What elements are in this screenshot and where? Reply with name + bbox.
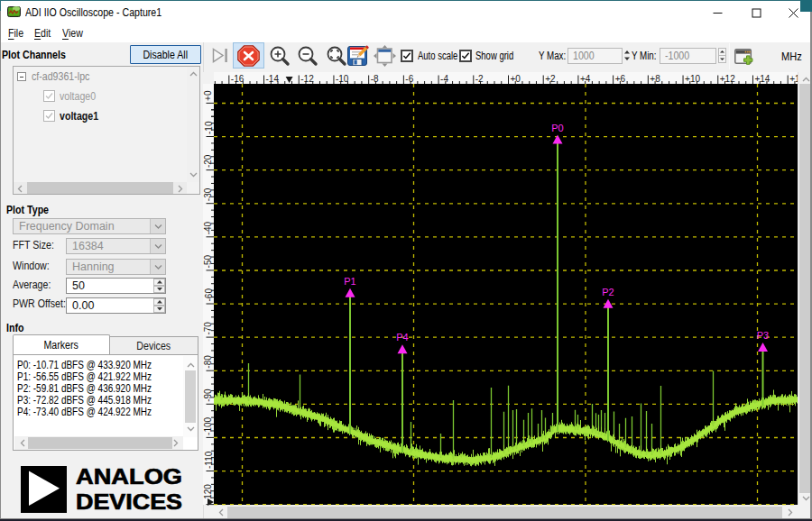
capture-play-icon[interactable]	[211, 47, 229, 64]
channel-tree	[13, 66, 200, 195]
svg-text:DEVICES: DEVICES	[76, 489, 182, 514]
menu-file[interactable]: File	[8, 27, 23, 40]
svg-text:P1: P1	[344, 276, 355, 287]
analog-devices-logo: ANALOG DEVICES	[21, 466, 183, 513]
scrollbar-thumb[interactable]	[27, 182, 173, 194]
close-icon	[789, 8, 798, 18]
svg-text:P0: P0	[551, 123, 563, 133]
chevron-left-icon	[20, 439, 25, 447]
y-max-label: Y Max:	[539, 50, 566, 62]
svg-text:P4: P4	[396, 332, 408, 343]
menu-view[interactable]: View	[62, 27, 83, 40]
titlebar: ADI IIO Oscilloscope - Capture1	[0, 0, 812, 25]
check-icon	[461, 51, 470, 60]
stop-icon	[237, 45, 260, 67]
svg-text:-8: -8	[371, 74, 379, 84]
window-dropdown[interactable]: Hanning	[66, 259, 166, 275]
spin-buttons[interactable]	[153, 279, 165, 293]
chevron-up-icon	[189, 71, 198, 77]
svg-text:-50: -50	[204, 255, 214, 269]
chevron-down-icon	[150, 239, 165, 253]
chevron-left-icon	[218, 508, 224, 516]
check-icon	[402, 51, 411, 60]
svg-text:ANALOG: ANALOG	[76, 464, 182, 489]
spin-up-icon[interactable]	[153, 279, 165, 286]
show-grid-label: Show grid	[475, 50, 513, 62]
plot-horizontal-scrollbar[interactable]	[204, 506, 810, 518]
chevron-down-icon	[150, 219, 165, 233]
tree-device-label[interactable]: cf-ad9361-lpc	[32, 70, 89, 83]
stop-capture-button[interactable]	[233, 42, 264, 69]
zoom-fit-icon[interactable]	[326, 45, 347, 67]
y-min-spin-buttons[interactable]	[718, 48, 726, 63]
y-max-input[interactable]: 1000	[567, 48, 623, 64]
voltage1-checkbox[interactable]	[43, 110, 55, 122]
svg-text:-60: -60	[204, 288, 214, 302]
marker-list: P0: -10.71 dBFS @ 433.920 MHz P1: -56.55…	[13, 354, 198, 451]
toolbar-separator	[729, 43, 730, 69]
voltage0-checkbox[interactable]	[43, 90, 55, 102]
marker-list-vertical-scrollbar[interactable]	[183, 356, 198, 437]
svg-text:-16: -16	[231, 74, 245, 84]
window-border	[0, 0, 1, 11]
minimize-icon	[713, 8, 723, 18]
new-plot-icon[interactable]	[734, 49, 754, 68]
spectrum-plot[interactable]: P0P1P2P3P4	[214, 84, 798, 505]
tab-markers[interactable]: Markers	[13, 334, 110, 355]
average-spinbox[interactable]: 50	[66, 278, 166, 294]
svg-text:-4: -4	[440, 74, 448, 84]
svg-text:+14: +14	[754, 74, 770, 84]
scrollbar-thumb[interactable]	[185, 370, 196, 423]
y-max-spin-buttons[interactable]	[623, 50, 631, 61]
svg-text:+0: +0	[204, 90, 214, 101]
spin-down-icon[interactable]	[153, 306, 165, 313]
minimize-button[interactable]	[697, 0, 737, 25]
disable-all-button[interactable]: Disable All	[130, 45, 201, 64]
svg-text:-12: -12	[300, 74, 314, 84]
y-min-label: Y Min:	[632, 50, 656, 62]
plot-type-dropdown[interactable]: Frequency Domain	[13, 218, 166, 234]
x-ruler: -16-14-12-10-8-6-4-2+0+2+4+6+8+10+12+14+…	[214, 72, 798, 84]
spin-up-icon[interactable]	[153, 298, 165, 306]
marker-list-horizontal-scrollbar[interactable]	[14, 436, 183, 450]
scrollbar-thumb[interactable]	[28, 437, 172, 449]
svg-text:-20: -20	[204, 154, 214, 168]
menubar: File Edit View	[1, 25, 810, 42]
chevron-left-icon	[17, 185, 23, 193]
voltage0-label[interactable]: voltage0	[60, 90, 96, 103]
zoom-out-icon[interactable]	[297, 45, 318, 67]
tree-horizontal-scrollbar[interactable]	[14, 182, 187, 194]
spin-down-icon[interactable]	[153, 286, 165, 293]
voltage1-label[interactable]: voltage1	[60, 110, 98, 123]
svg-text:-6: -6	[405, 74, 413, 84]
svg-text:-14: -14	[266, 74, 280, 84]
svg-text:-80: -80	[204, 355, 214, 369]
tree-vertical-scrollbar[interactable]	[187, 67, 199, 182]
scrollbar-thumb[interactable]	[227, 507, 782, 518]
menu-edit[interactable]: Edit	[34, 27, 51, 40]
fft-size-dropdown[interactable]: 16384	[66, 238, 166, 254]
plot-channels-label: Plot Channels	[2, 49, 66, 61]
average-label: Average:	[13, 279, 51, 291]
svg-text:-40: -40	[204, 221, 214, 234]
zoom-in-icon[interactable]	[269, 45, 291, 67]
show-grid-checkbox[interactable]	[459, 50, 472, 62]
chevron-down-icon	[802, 496, 810, 501]
plot-type-label: Plot Type	[6, 204, 49, 216]
tab-devices[interactable]: Devices	[110, 336, 198, 355]
ruler-corner	[203, 72, 214, 84]
pan-icon[interactable]	[374, 45, 396, 67]
tree-expander-icon[interactable]	[17, 72, 26, 81]
spin-buttons[interactable]	[153, 298, 165, 313]
maximize-button[interactable]	[736, 0, 776, 25]
info-label: Info	[6, 322, 23, 334]
auto-scale-checkbox[interactable]	[401, 50, 413, 62]
pwr-offset-spinbox[interactable]: 0.00	[66, 297, 166, 314]
svg-text:+10: +10	[685, 74, 700, 84]
frequency-unit-label: MHz	[781, 50, 802, 63]
chevron-right-icon	[173, 439, 179, 447]
check-icon	[44, 91, 54, 101]
svg-text:-2: -2	[475, 74, 484, 84]
save-icon[interactable]	[347, 46, 367, 66]
y-min-input[interactable]: -1000	[660, 48, 716, 64]
